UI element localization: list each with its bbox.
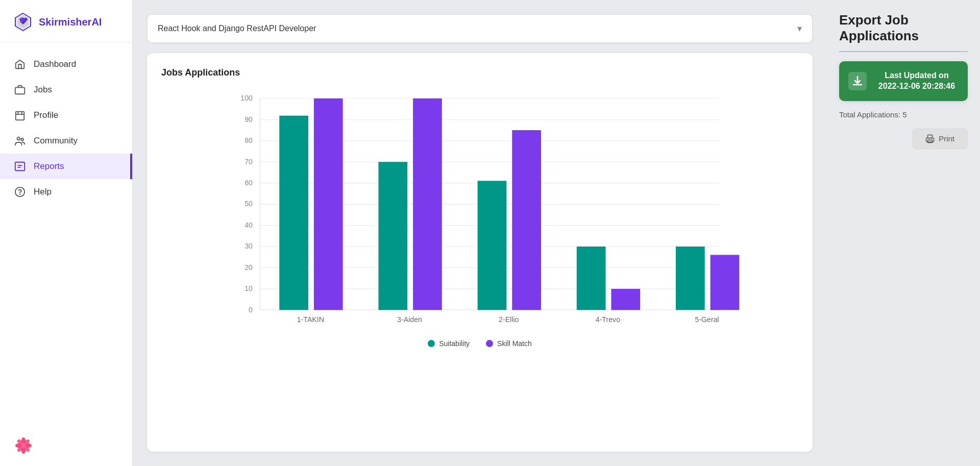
chart-area: 0 10 20 30 40 50 60 70 80 90	[161, 87, 798, 332]
svg-text:1-TAKIN: 1-TAKIN	[297, 315, 324, 324]
main-content: React Hook and Django RestAPI Developer …	[133, 0, 827, 466]
sidebar-item-label: Help	[34, 187, 52, 197]
sidebar-item-reports[interactable]: Reports	[0, 154, 132, 179]
svg-text:90: 90	[244, 115, 253, 124]
home-icon	[14, 59, 26, 70]
print-button[interactable]: Print	[912, 128, 968, 150]
profile-icon	[14, 110, 26, 121]
svg-text:100: 100	[240, 94, 253, 102]
bar-aiden-suitability	[378, 162, 407, 310]
sidebar-item-dashboard[interactable]: Dashboard	[0, 52, 132, 77]
legend-suitability-dot	[428, 340, 435, 347]
legend-suitability: Suitability	[428, 339, 470, 348]
nav-list: Dashboard Jobs Profile Community Reports	[0, 42, 132, 427]
bar-ellio-skillmatch	[512, 130, 541, 310]
export-button-label: Last Updated on 2022-12-06 20:28:46	[875, 70, 959, 92]
total-applications: Total Applications: 5	[839, 110, 968, 119]
svg-text:80: 80	[244, 136, 253, 144]
svg-text:0: 0	[249, 306, 253, 314]
sidebar-item-jobs[interactable]: Jobs	[0, 77, 132, 103]
legend-suitability-label: Suitability	[439, 339, 470, 348]
svg-point-9	[20, 194, 20, 194]
svg-rect-0	[15, 87, 24, 94]
job-dropdown-value: React Hook and Django RestAPI Developer	[158, 24, 316, 33]
reports-icon	[14, 161, 26, 172]
svg-text:70: 70	[244, 158, 253, 166]
bar-ellio-suitability	[478, 181, 507, 310]
bar-takin-suitability	[279, 116, 308, 310]
download-icon	[848, 72, 867, 90]
export-button[interactable]: Last Updated on 2022-12-06 20:28:46	[839, 61, 968, 101]
help-icon	[14, 186, 26, 198]
bar-chart-svg: 0 10 20 30 40 50 60 70 80 90	[161, 87, 798, 332]
svg-text:30: 30	[244, 242, 253, 250]
svg-point-5	[17, 137, 20, 140]
legend-skillmatch-dot	[486, 340, 493, 347]
svg-rect-49	[928, 135, 933, 138]
chart-card: Jobs Applications 0 10 20 30 40	[147, 53, 813, 452]
svg-point-19	[21, 443, 26, 448]
right-panel: Export Job Applications Last Updated on …	[827, 0, 980, 466]
svg-rect-1	[16, 112, 24, 120]
sidebar-item-label: Jobs	[34, 85, 52, 95]
sidebar-item-help[interactable]: Help	[0, 179, 132, 205]
bar-takin-skillmatch	[314, 99, 343, 310]
svg-text:60: 60	[244, 179, 253, 187]
legend-skillmatch: Skill Match	[486, 339, 532, 348]
logo-container: SkirmisherAI	[0, 0, 132, 42]
sidebar-item-community[interactable]: Community	[0, 128, 132, 154]
svg-text:40: 40	[244, 221, 253, 229]
sidebar-item-label: Reports	[34, 161, 64, 171]
job-dropdown[interactable]: React Hook and Django RestAPI Developer …	[147, 14, 813, 43]
bar-geral-skillmatch	[710, 255, 740, 310]
bar-trevo-skillmatch	[611, 289, 640, 310]
svg-text:10: 10	[244, 284, 253, 292]
app-name: SkirmisherAI	[39, 16, 102, 28]
sidebar-item-label: Profile	[34, 110, 58, 120]
sidebar-item-label: Community	[34, 136, 78, 146]
skirmisher-logo-icon	[12, 11, 34, 33]
bar-geral-suitability	[676, 247, 705, 310]
svg-text:5-Geral: 5-Geral	[695, 315, 719, 324]
chart-title: Jobs Applications	[161, 67, 798, 78]
svg-text:3-Aiden: 3-Aiden	[397, 315, 422, 324]
flower-icon	[14, 436, 33, 455]
export-title: Export Job Applications	[839, 12, 968, 52]
job-dropdown-container: React Hook and Django RestAPI Developer …	[147, 14, 813, 43]
chevron-down-icon: ▾	[797, 23, 802, 34]
print-button-label: Print	[939, 134, 954, 143]
svg-point-6	[21, 138, 23, 141]
legend-skillmatch-label: Skill Match	[497, 339, 532, 348]
sidebar-bottom	[0, 427, 132, 466]
svg-text:50: 50	[244, 200, 253, 208]
svg-text:20: 20	[244, 263, 253, 272]
jobs-icon	[14, 84, 26, 95]
bar-aiden-skillmatch	[413, 99, 442, 310]
svg-text:2-Ellio: 2-Ellio	[499, 315, 519, 324]
sidebar-item-profile[interactable]: Profile	[0, 103, 132, 128]
svg-text:4-Trevo: 4-Trevo	[596, 315, 620, 324]
sidebar: SkirmisherAI Dashboard Jobs Profile Comm…	[0, 0, 133, 466]
svg-rect-7	[15, 162, 24, 171]
printer-icon	[925, 134, 935, 143]
community-icon	[14, 135, 26, 146]
bar-trevo-suitability	[577, 247, 606, 310]
sidebar-item-label: Dashboard	[34, 59, 76, 69]
chart-legend: Suitability Skill Match	[161, 339, 798, 348]
